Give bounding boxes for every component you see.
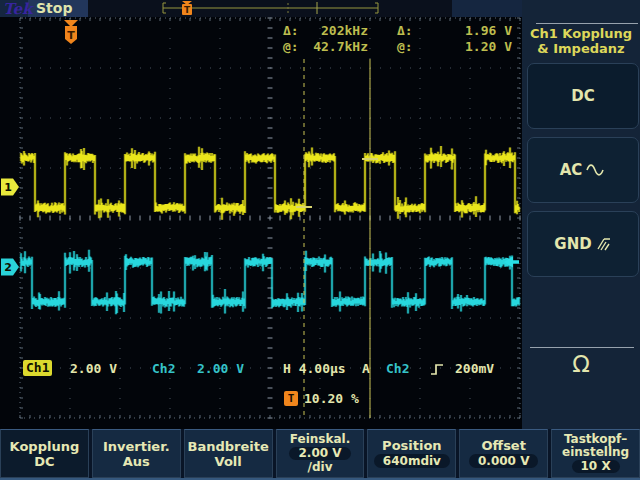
oscilloscope-screen: Tek Stop Ch1 Kopplung & Impedanz DC AC G…	[0, 0, 640, 480]
ch1-scale: 2.00 V	[70, 361, 117, 376]
trigger-position-row: T 10.20 %	[0, 391, 522, 409]
bottom-menu-label: Kopplung	[10, 439, 80, 454]
bottom-menu-button-offset[interactable]: Offset0.000 V	[459, 429, 548, 478]
trigger-position-icon: T	[284, 391, 298, 406]
bottom-menu-label: Position	[382, 438, 442, 453]
ch2-scale: 2.00 V	[197, 361, 244, 376]
acquire-label: A	[362, 361, 370, 376]
bottom-menu-value-pill: 0.000 V	[469, 454, 538, 468]
bottom-menu-suffix: /div	[308, 461, 333, 474]
bottom-menu-label: Aus	[123, 454, 150, 469]
trigger-level: 200mV	[455, 361, 494, 376]
coupling-ac-button[interactable]: AC	[527, 137, 639, 203]
bottom-menu-label: DC	[34, 454, 54, 469]
side-menu-separator	[536, 23, 638, 24]
bottom-menu-label: Bandbreite	[188, 439, 269, 454]
measurement-row: @:42.7kHz@:1.20 V	[276, 39, 516, 55]
trigger-position-value: 10.20 %	[304, 391, 359, 406]
bottom-menu-label: Invertier.	[103, 439, 170, 454]
side-menu-title-line1: Ch1 Kopplung	[522, 26, 640, 41]
record-view-area	[88, 0, 452, 17]
measurement-value: 1.96 V	[410, 23, 512, 38]
measurement-value: 42.7kHz	[298, 39, 368, 54]
impedance-separator	[530, 347, 634, 348]
coupling-dc-label: DC	[571, 87, 594, 105]
bottom-menu-button-tastkopf[interactable]: Tastkopf–einstellng10 X	[551, 429, 640, 478]
measurement-readouts: Δ:202kHzΔ:1.96 V@:42.7kHz@:1.20 V	[276, 23, 516, 57]
bottom-menu-button-bandbreite[interactable]: BandbreiteVoll	[184, 429, 273, 478]
bottom-menu-value-pill: 10 X	[572, 460, 620, 473]
bottom-menu: KopplungDCInvertier.AusBandbreiteVollFei…	[0, 429, 640, 480]
coupling-gnd-label: GND	[554, 235, 591, 253]
coupling-dc-button[interactable]: DC	[527, 63, 639, 129]
bottom-menu-button-position[interactable]: Position640mdiv	[367, 429, 456, 478]
measurement-label: Δ:	[283, 23, 299, 38]
bottom-menu-button-invertier[interactable]: Invertier.Aus	[92, 429, 181, 478]
impedance-symbol: Ω	[522, 351, 640, 377]
ch2-label: Ch2	[152, 361, 175, 376]
bottom-menu-value-pill: 640mdiv	[374, 454, 450, 468]
horizontal-scale: H 4.00µs	[283, 361, 346, 376]
bottom-menu-label: Voll	[215, 454, 242, 469]
trigger-source: Ch2	[386, 361, 409, 376]
bottom-menu-value-pill: 2.00 V	[289, 447, 350, 460]
measurement-label: @:	[283, 39, 299, 54]
bottom-menu-label: einstellng	[562, 446, 629, 459]
rising-edge-icon	[430, 363, 445, 376]
sine-icon	[586, 163, 606, 177]
measurement-value: 202kHz	[298, 23, 368, 38]
coupling-gnd-button[interactable]: GND	[527, 211, 639, 277]
coupling-ac-label: AC	[560, 161, 583, 179]
ground-icon	[596, 236, 612, 252]
bottom-menu-button-kopplung[interactable]: KopplungDC	[0, 429, 89, 478]
tek-logo: Tek	[3, 0, 32, 18]
side-menu-title-line2: & Impedanz	[522, 41, 640, 56]
measurement-row: Δ:202kHzΔ:1.96 V	[276, 23, 516, 39]
ch1-badge: Ch1	[23, 360, 52, 376]
bottom-menu-label: Feinskal.	[290, 433, 350, 446]
side-menu-title: Ch1 Kopplung & Impedanz	[522, 26, 640, 56]
side-menu: Ch1 Kopplung & Impedanz DC AC GND Ω	[522, 0, 640, 430]
status-bar: Ch1 2.00 V Ch2 2.00 V H 4.00µs A Ch2 200…	[0, 360, 522, 380]
bottom-menu-button-feinskal[interactable]: Feinskal.2.00 V/div	[276, 429, 365, 478]
measurement-value: 1.20 V	[410, 39, 512, 54]
bottom-menu-label: Offset	[482, 438, 526, 453]
acquisition-status: Stop	[36, 0, 72, 16]
